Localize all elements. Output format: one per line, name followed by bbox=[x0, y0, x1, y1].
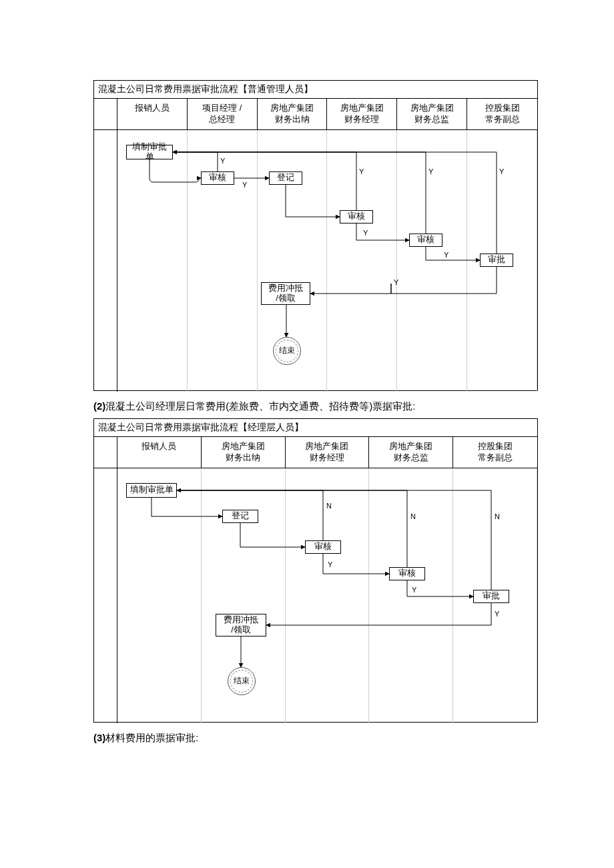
diagram-1-body: 填制审批单 审核 登记 审核 审核 审批 费用冲抵/领取 结束 Y Y bbox=[94, 130, 537, 392]
caption-2: (2)混凝土公司经理层日常费用(差旅费、市内交通费、招待费等)票据审批: bbox=[93, 400, 521, 413]
node-end: 结束 bbox=[273, 337, 301, 365]
caption-3: (3)材料费用的票据审批: bbox=[93, 732, 521, 745]
node-review-2: 审核 bbox=[340, 210, 373, 224]
diagram-1: 混凝土公司日常费用票据审批流程【普通管理人员】 报销人员 项目经理 /总经理 房… bbox=[93, 80, 538, 391]
lane-head: 房地产集团财务经理 bbox=[327, 99, 397, 129]
diagram-1-title: 混凝土公司日常费用票据审批流程【普通管理人员】 bbox=[94, 81, 537, 99]
node-approve: 审批 bbox=[473, 590, 509, 603]
lane-head: 报销人员 bbox=[117, 437, 202, 468]
node-offset: 费用冲抵/领取 bbox=[216, 614, 266, 636]
lane-head: 房地产集团财务出纳 bbox=[258, 99, 328, 129]
lane-head: 房地产集团财务经理 bbox=[286, 437, 370, 468]
lane-head: 控股集团常务副总 bbox=[467, 99, 537, 129]
lane-head: 房地产集团财务出纳 bbox=[202, 437, 286, 468]
lane-head: 控股集团常务副总 bbox=[453, 437, 537, 468]
node-review-1: 审核 bbox=[201, 171, 234, 185]
node-review-1: 审核 bbox=[305, 540, 341, 554]
diagram-2-body: 填制审批单 登记 审核 审核 审批 费用冲抵/领取 结束 N Y N bbox=[94, 468, 537, 723]
node-fill-form: 填制审批单 bbox=[126, 483, 177, 498]
node-end: 结束 bbox=[228, 667, 256, 695]
node-review-2: 审核 bbox=[389, 567, 425, 580]
node-approve: 审批 bbox=[480, 254, 513, 267]
node-register: 登记 bbox=[269, 171, 302, 185]
diagram-2-lanes-header: 报销人员 房地产集团财务出纳 房地产集团财务经理 房地产集团财务总监 控股集团常… bbox=[94, 437, 537, 468]
diagram-1-lanes-header: 报销人员 项目经理 /总经理 房地产集团财务出纳 房地产集团财务经理 房地产集团… bbox=[94, 99, 537, 130]
lane-head: 房地产集团财务总监 bbox=[369, 437, 453, 468]
lane-head: 报销人员 bbox=[117, 99, 188, 129]
node-review-3: 审核 bbox=[409, 234, 442, 247]
lane-head: 房地产集团财务总监 bbox=[397, 99, 467, 129]
node-fill-form: 填制审批单 bbox=[126, 145, 173, 159]
diagram-2-title: 混凝土公司日常费用票据审批流程【经理层人员】 bbox=[94, 419, 537, 437]
diagram-2: 混凝土公司日常费用票据审批流程【经理层人员】 报销人员 房地产集团财务出纳 房地… bbox=[93, 418, 538, 723]
lane-head: 项目经理 /总经理 bbox=[188, 99, 258, 129]
node-register: 登记 bbox=[222, 510, 258, 523]
node-offset: 费用冲抵/领取 bbox=[261, 282, 310, 305]
